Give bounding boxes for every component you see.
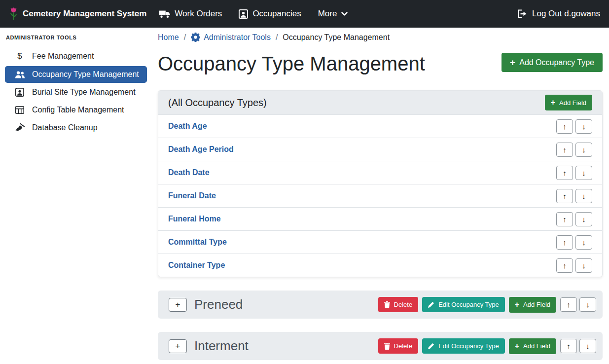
logout-label: Log Out d.gowans <box>532 9 600 19</box>
add-occupancy-type-button[interactable]: + Add Occupancy Type <box>502 53 603 72</box>
breadcrumb: Home / Administrator Tools / Occupancy T… <box>158 32 603 42</box>
section-title: Interment <box>194 338 249 354</box>
field-row: Death Date ↑ ↓ <box>158 161 602 184</box>
dollar-icon: $ <box>14 51 26 61</box>
pencil-icon <box>428 301 434 308</box>
portrait-frame-icon <box>14 88 26 97</box>
reorder-controls: ↑ ↓ <box>556 235 592 250</box>
sidebar-heading: ADMINISTRATOR TOOLS <box>0 33 153 46</box>
delete-button[interactable]: Delete <box>378 338 419 354</box>
nav-item-work-orders[interactable]: Work Orders <box>159 9 222 19</box>
move-down-button[interactable]: ↓ <box>579 339 596 353</box>
plus-icon: + <box>551 99 555 107</box>
users-icon <box>14 71 26 78</box>
move-up-button[interactable]: ↑ <box>556 166 573 180</box>
move-down-button[interactable]: ↓ <box>575 212 592 226</box>
reorder-controls: ↑ ↓ <box>556 166 592 180</box>
brand-link[interactable]: Cemetery Management System <box>9 7 146 21</box>
edit-occupancy-type-button[interactable]: Edit Occupancy Type <box>422 338 505 354</box>
move-up-button[interactable]: ↑ <box>560 297 577 312</box>
add-field-button[interactable]: + Add Field <box>509 338 556 354</box>
field-row: Death Age ↑ ↓ <box>158 114 602 138</box>
nav-item-label: More <box>318 9 337 19</box>
breadcrumb-admin-tools-link[interactable]: Administrator Tools <box>191 33 271 42</box>
plus-icon: + <box>515 301 519 309</box>
plus-icon: + <box>515 342 519 350</box>
breadcrumb-separator: / <box>276 33 278 42</box>
chevron-down-icon <box>341 12 348 16</box>
move-up-button[interactable]: ↑ <box>556 143 573 157</box>
brand-title: Cemetery Management System <box>23 9 146 19</box>
move-down-button[interactable]: ↓ <box>575 143 592 157</box>
sidebar-item-burial-site-type-management[interactable]: Burial Site Type Management <box>5 84 147 101</box>
move-up-button[interactable]: ↑ <box>556 119 573 134</box>
move-down-button[interactable]: ↓ <box>575 235 592 250</box>
reorder-controls: ↑ ↓ <box>556 189 592 203</box>
expand-section-button[interactable]: + <box>169 298 187 312</box>
section-title: Preneed <box>194 297 243 312</box>
section-actions: Delete Edit Occupancy Type + Add Field <box>378 338 596 354</box>
edit-occupancy-type-button[interactable]: Edit Occupancy Type <box>422 297 505 312</box>
app-window: Cemetery Management System Work Orders <box>0 0 609 364</box>
delete-button[interactable]: Delete <box>378 297 419 312</box>
sidebar-item-label: Fee Management <box>32 52 94 61</box>
move-up-button[interactable]: ↑ <box>556 258 573 273</box>
move-up-button[interactable]: ↑ <box>560 339 577 353</box>
breadcrumb-home-link[interactable]: Home <box>158 33 179 42</box>
field-link-death-date[interactable]: Death Date <box>168 168 210 177</box>
move-down-button[interactable]: ↓ <box>575 166 592 180</box>
field-row: Funeral Home ↑ ↓ <box>158 207 602 230</box>
move-down-button[interactable]: ↓ <box>575 189 592 203</box>
field-link-funeral-date[interactable]: Funeral Date <box>168 191 216 200</box>
trash-icon <box>384 301 390 308</box>
reorder-controls: ↑ ↓ <box>556 143 592 157</box>
nav-item-label: Occupancies <box>252 9 301 19</box>
portrait-frame-icon <box>239 9 248 19</box>
logout-icon <box>517 9 528 18</box>
field-link-death-age[interactable]: Death Age <box>168 122 207 131</box>
nav-links: Work Orders Occupancies More <box>159 9 348 19</box>
move-up-button[interactable]: ↑ <box>556 235 573 250</box>
move-down-button[interactable]: ↓ <box>575 119 592 134</box>
sidebar-item-label: Database Cleanup <box>32 123 98 132</box>
expand-section-button[interactable]: + <box>169 339 187 353</box>
nav-item-label: Work Orders <box>175 9 222 19</box>
breadcrumb-current: Occupancy Type Management <box>283 33 390 42</box>
field-row: Death Age Period ↑ ↓ <box>158 138 602 161</box>
add-field-button[interactable]: + Add Field <box>509 297 556 313</box>
trash-icon <box>384 343 390 350</box>
move-up-button[interactable]: ↑ <box>556 189 573 203</box>
logout-link[interactable]: Log Out d.gowans <box>517 9 600 19</box>
main-content: Home / Administrator Tools / Occupancy T… <box>153 28 609 364</box>
field-link-funeral-home[interactable]: Funeral Home <box>168 215 221 223</box>
nav-item-occupancies[interactable]: Occupancies <box>239 9 301 19</box>
move-down-button[interactable]: ↓ <box>575 258 592 273</box>
field-link-committal-type[interactable]: Committal Type <box>168 238 227 247</box>
field-link-death-age-period[interactable]: Death Age Period <box>168 145 234 154</box>
reorder-controls: ↑ ↓ <box>556 258 592 273</box>
section-interment: + Interment Delete <box>158 332 603 360</box>
sidebar-item-database-cleanup[interactable]: Database Cleanup <box>5 119 147 136</box>
sidebar-item-fee-management[interactable]: $ Fee Management <box>5 47 147 65</box>
move-down-button[interactable]: ↓ <box>579 297 596 312</box>
field-row: Funeral Date ↑ ↓ <box>158 184 602 207</box>
all-types-card-title: (All Occupancy Types) <box>168 97 267 109</box>
sidebar-item-config-table-management[interactable]: Config Table Management <box>5 102 147 118</box>
pencil-icon <box>428 343 434 349</box>
sidebar-item-occupancy-type-management[interactable]: Occupancy Type Management <box>5 66 147 83</box>
field-link-container-type[interactable]: Container Type <box>168 261 225 270</box>
reorder-controls: ↑ ↓ <box>556 119 592 134</box>
all-types-card-header: (All Occupancy Types) + Add Field <box>158 91 602 114</box>
title-row: Occupancy Type Management + Add Occupanc… <box>158 51 603 76</box>
tulip-logo-icon <box>9 7 18 21</box>
breadcrumb-separator: / <box>184 33 186 42</box>
add-field-button[interactable]: + Add Field <box>545 95 592 110</box>
gear-icon <box>191 33 200 42</box>
nav-item-more[interactable]: More <box>318 9 348 19</box>
section-preneed: + Preneed Delete <box>158 291 603 319</box>
broom-icon <box>14 123 26 132</box>
sidebar-item-label: Occupancy Type Management <box>32 70 139 79</box>
move-up-button[interactable]: ↑ <box>556 212 573 226</box>
field-row: Committal Type ↑ ↓ <box>158 230 602 254</box>
reorder-controls: ↑ ↓ <box>556 212 592 226</box>
